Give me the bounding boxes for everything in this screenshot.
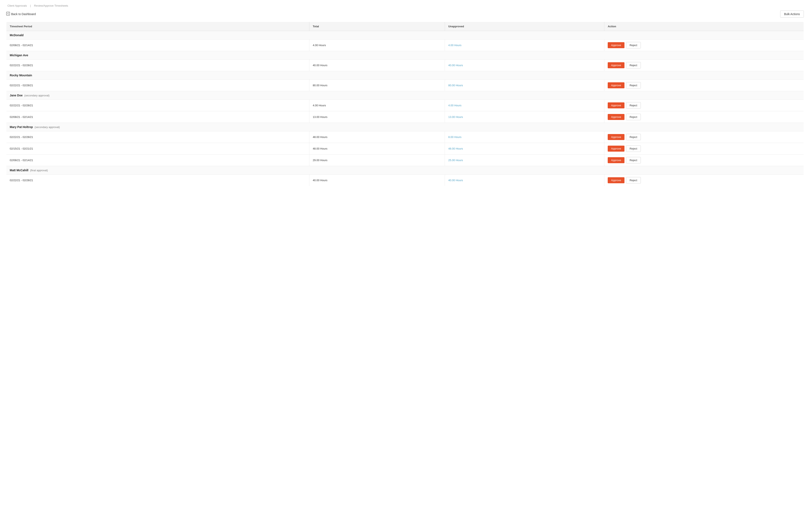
col-header-action: Action [604,22,804,31]
group-name: Matt McCahill(final approval) [6,166,804,175]
cell-action: ApproveReject [604,39,804,51]
table-row: 02/22/21 - 02/28/2148.00 Hours8.00 Hours… [6,131,804,143]
cell-period: 02/22/21 - 02/28/21 [6,175,309,186]
unapproved-link[interactable]: 40.00 Hours [448,64,463,67]
reject-button[interactable]: Reject [626,62,641,68]
approve-button[interactable]: Approve [608,134,624,140]
cell-period: 02/22/21 - 02/28/21 [6,80,309,91]
table-header: Timesheet Period Total Unapproved Action [6,22,804,31]
cell-action: ApproveReject [604,60,804,71]
cell-unapproved[interactable]: 8.00 Hours [445,131,604,143]
col-header-total: Total [309,22,445,31]
cell-period: 02/08/21 - 02/14/21 [6,39,309,51]
reject-button[interactable]: Reject [626,102,641,109]
reject-button[interactable]: Reject [626,145,641,152]
approve-button[interactable]: Approve [608,62,624,68]
cell-total: 13.00 Hours [309,111,445,123]
cell-total: 48.00 Hours [309,131,445,143]
cell-total: 29.00 Hours [309,155,445,166]
unapproved-link[interactable]: 48.00 Hours [448,147,463,150]
cell-period: 02/22/21 - 02/28/21 [6,131,309,143]
group-row: Rocky Mountain [6,71,804,80]
cell-period: 02/08/21 - 02/14/21 [6,111,309,123]
group-name: Mary Pat Holtrop(secondary approval) [6,123,804,131]
cell-total: 40.00 Hours [309,60,445,71]
group-row: Mary Pat Holtrop(secondary approval) [6,123,804,131]
reject-button[interactable]: Reject [626,82,641,88]
unapproved-link[interactable]: 4.00 Hours [448,44,461,47]
cell-unapproved[interactable]: 4.00 Hours [445,100,604,111]
group-row: Matt McCahill(final approval) [6,166,804,175]
cell-period: 02/22/21 - 02/28/21 [6,60,309,71]
cell-total: 4.00 Hours [309,39,445,51]
back-to-dashboard-link[interactable]: Back to Dashboard [6,12,36,16]
top-bar: Back to Dashboard Bulk Actions [6,11,804,18]
breadcrumb-part1: Client Approvals [7,4,27,7]
cell-unapproved[interactable]: 80.00 Hours [445,80,604,91]
cell-period: 02/08/21 - 02/14/21 [6,155,309,166]
approve-button[interactable]: Approve [608,102,624,108]
cell-period: 02/15/21 - 02/21/21 [6,143,309,155]
cell-total: 80.00 Hours [309,80,445,91]
approve-button[interactable]: Approve [608,177,624,183]
group-name: McDonald [6,31,804,39]
group-row: Jane Doe(secondary approval) [6,91,804,100]
unapproved-link[interactable]: 25.00 Hours [448,159,463,162]
cell-action: ApproveReject [604,175,804,186]
approve-button[interactable]: Approve [608,157,624,163]
breadcrumb-part2: Review/Approve Timesheets [34,4,68,7]
unapproved-link[interactable]: 40.00 Hours [448,179,463,182]
cell-total: 48.00 Hours [309,143,445,155]
cell-total: 4.00 Hours [309,100,445,111]
cell-total: 40.00 Hours [309,175,445,186]
approve-button[interactable]: Approve [608,114,624,120]
cell-action: ApproveReject [604,143,804,155]
table-body: McDonald02/08/21 - 02/14/214.00 Hours4.0… [6,31,804,186]
reject-button[interactable]: Reject [626,177,641,183]
group-name: Jane Doe(secondary approval) [6,91,804,100]
group-name: Michigan Ave [6,51,804,60]
table-row: 02/15/21 - 02/21/2148.00 Hours48.00 Hour… [6,143,804,155]
approve-button[interactable]: Approve [608,42,624,48]
back-icon [6,12,10,16]
reject-button[interactable]: Reject [626,42,641,48]
group-row: McDonald [6,31,804,39]
approve-button[interactable]: Approve [608,146,624,151]
cell-period: 02/22/21 - 02/28/21 [6,100,309,111]
cell-unapproved[interactable]: 40.00 Hours [445,60,604,71]
col-header-unapproved: Unapproved [445,22,604,31]
cell-unapproved[interactable]: 13.00 Hours [445,111,604,123]
unapproved-link[interactable]: 13.00 Hours [448,115,463,118]
table-row: 02/08/21 - 02/14/2129.00 Hours25.00 Hour… [6,155,804,166]
cell-action: ApproveReject [604,155,804,166]
timesheets-table: Timesheet Period Total Unapproved Action… [6,22,804,186]
table-row: 02/08/21 - 02/14/214.00 Hours4.00 HoursA… [6,39,804,51]
cell-unapproved[interactable]: 40.00 Hours [445,175,604,186]
unapproved-link[interactable]: 8.00 Hours [448,135,461,139]
reject-button[interactable]: Reject [626,134,641,140]
cell-unapproved[interactable]: 4.00 Hours [445,39,604,51]
unapproved-link[interactable]: 4.00 Hours [448,104,461,107]
reject-button[interactable]: Reject [626,157,641,163]
table-row: 02/22/21 - 02/28/214.00 Hours4.00 HoursA… [6,100,804,111]
group-row: Michigan Ave [6,51,804,60]
table-row: 02/22/21 - 02/28/2140.00 Hours40.00 Hour… [6,175,804,186]
back-label: Back to Dashboard [11,12,36,16]
cell-action: ApproveReject [604,131,804,143]
col-header-period: Timesheet Period [6,22,309,31]
cell-action: ApproveReject [604,80,804,91]
cell-unapproved[interactable]: 25.00 Hours [445,155,604,166]
unapproved-link[interactable]: 80.00 Hours [448,84,463,87]
svg-rect-0 [6,12,10,15]
bulk-actions-button[interactable]: Bulk Actions [780,11,804,18]
cell-action: ApproveReject [604,111,804,123]
reject-button[interactable]: Reject [626,114,641,120]
cell-action: ApproveReject [604,100,804,111]
approve-button[interactable]: Approve [608,82,624,88]
table-row: 02/22/21 - 02/28/2180.00 Hours80.00 Hour… [6,80,804,91]
cell-unapproved[interactable]: 48.00 Hours [445,143,604,155]
group-name: Rocky Mountain [6,71,804,80]
table-row: 02/22/21 - 02/28/2140.00 Hours40.00 Hour… [6,60,804,71]
breadcrumb: Client Approvals | Review/Approve Timesh… [6,4,804,7]
breadcrumb-separator: | [30,4,31,7]
